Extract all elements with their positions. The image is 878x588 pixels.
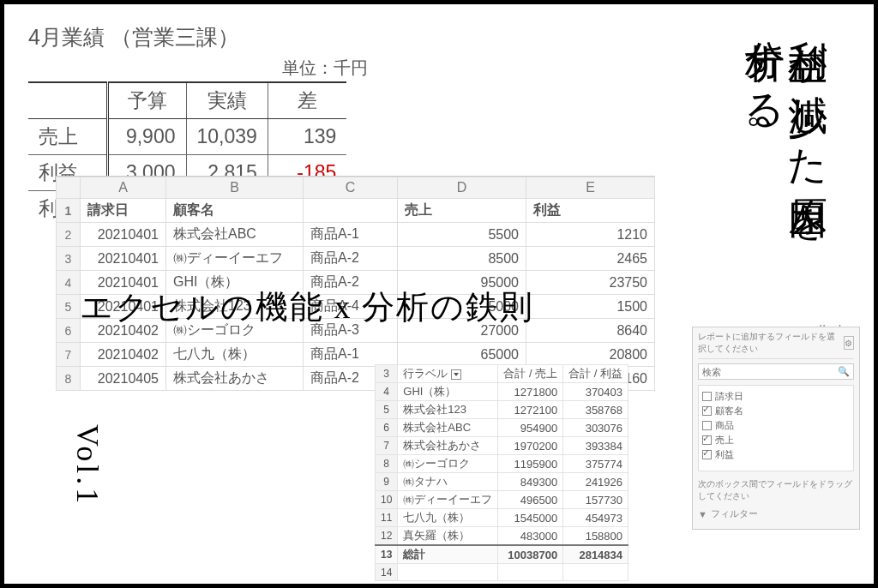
- field-label: 商品: [715, 419, 734, 432]
- hdr-invoice-date[interactable]: 請求日: [81, 199, 166, 223]
- table-row[interactable]: 3 20210401 ㈱ディーイーエフ 商品A-2 8500 2465: [57, 247, 655, 271]
- hdr-profit[interactable]: 利益: [526, 199, 655, 223]
- fieldpanel-title: レポートに追加するフィールドを選択してください: [698, 331, 844, 355]
- checkbox-icon[interactable]: [702, 406, 712, 416]
- col-C[interactable]: C: [304, 177, 398, 199]
- pivot-sum-sales-hdr[interactable]: 合計 / 売上: [498, 365, 563, 383]
- pivot-total-row[interactable]: 13 総計 10038700 2814834: [376, 545, 628, 564]
- pivot-row[interactable]: 5 株式会社123 1272100 358768: [376, 401, 628, 419]
- filter-section[interactable]: ▼ フィルター: [698, 507, 854, 520]
- pivot-sum-profit-hdr[interactable]: 合計 / 利益: [563, 365, 628, 383]
- summary-row-sales: 売上 9,900 10,039 139: [28, 119, 346, 155]
- hdr-product[interactable]: [304, 199, 398, 223]
- pivot-row[interactable]: 6 株式会社ABC 954900 303076: [376, 419, 628, 437]
- field-item[interactable]: 顧客名: [702, 404, 850, 418]
- col-B[interactable]: B: [166, 177, 304, 199]
- pivot-sheet: 3 行ラベル 合計 / 売上 合計 / 利益 4 GHI（株） 1271800 …: [375, 364, 628, 581]
- summary-hdr-blank: [28, 82, 107, 119]
- table-row[interactable]: 7 20210402 七八九（株） 商品A-1 65000 20800: [57, 343, 655, 367]
- field-search[interactable]: 🔍: [698, 363, 854, 380]
- volume-label: Vol.1: [69, 424, 105, 507]
- summary-unit: 単位：千円: [28, 57, 368, 80]
- gear-icon[interactable]: ⚙: [844, 336, 854, 350]
- summary-hdr-actual: 実績: [186, 82, 268, 119]
- checkbox-icon[interactable]: [702, 435, 712, 445]
- hdr-sales[interactable]: 売上: [398, 199, 526, 223]
- pivot-row[interactable]: 12 真矢羅（株） 483000 158800: [376, 527, 628, 546]
- pivot-row[interactable]: 4 GHI（株） 1271800 370403: [376, 383, 628, 401]
- summary-hdr-diff: 差: [268, 82, 346, 119]
- pivot-row[interactable]: 10 ㈱ディーイーエフ 496500 157730: [376, 491, 628, 509]
- col-D[interactable]: D: [398, 177, 526, 199]
- summary-hdr-budget: 予算: [107, 82, 186, 119]
- field-label: 顧客名: [715, 405, 743, 417]
- field-label: 利益: [715, 448, 734, 461]
- pivot-rowlabel-hdr[interactable]: 行ラベル: [398, 365, 498, 383]
- checkbox-icon[interactable]: [702, 450, 712, 459]
- subtitle: エクセルの機能 x 分析の鉄則: [80, 285, 534, 329]
- pivot-row[interactable]: 9 ㈱タナハ 849300 241926: [376, 473, 628, 491]
- pivot-row[interactable]: 11 七八九（株） 1545000 454973: [376, 509, 628, 527]
- filter-icon: ▼: [698, 509, 707, 519]
- checkbox-icon[interactable]: [702, 421, 712, 430]
- field-item[interactable]: 売上: [702, 433, 850, 447]
- search-input[interactable]: [702, 367, 838, 377]
- table-row[interactable]: 2 20210401 株式会社ABC 商品A-1 5500 1210: [57, 223, 655, 247]
- col-E[interactable]: E: [526, 177, 655, 199]
- hdr-customer[interactable]: 顧客名: [166, 199, 304, 223]
- field-list[interactable]: 請求日 顧客名 商品 売上 利益: [698, 385, 854, 471]
- pivot-row[interactable]: 7 株式会社あかさ 1970200 393384: [376, 437, 628, 455]
- title-vertical-line2: 分析する。: [738, 9, 791, 156]
- raw-data-sheet: A B C D E 1 請求日 顧客名 売上 利益 2 20210401 株式会…: [56, 176, 655, 391]
- col-A[interactable]: A: [81, 177, 166, 199]
- field-item[interactable]: 利益: [702, 447, 850, 462]
- checkbox-icon[interactable]: [702, 392, 712, 401]
- search-icon: 🔍: [838, 366, 850, 377]
- pivot-field-panel[interactable]: レポートに追加するフィールドを選択してください ⚙ 🔍 請求日 顧客名 商品 売…: [692, 327, 860, 530]
- pivot-rownum-3[interactable]: 3: [376, 365, 398, 383]
- row-1[interactable]: 1: [57, 199, 81, 223]
- field-label: 売上: [715, 434, 734, 447]
- field-item[interactable]: 請求日: [702, 389, 850, 404]
- pivot-row[interactable]: 8 ㈱シーゴロク 1195900 375774: [376, 455, 628, 473]
- field-item[interactable]: 商品: [702, 418, 850, 433]
- summary-title: 4月業績 （営業三課）: [28, 23, 368, 51]
- drag-note: 次のボックス間でフィールドをドラッグしてください: [698, 478, 854, 502]
- corner-cell[interactable]: [57, 177, 81, 199]
- dropdown-icon[interactable]: [451, 369, 461, 380]
- field-label: 請求日: [715, 390, 743, 403]
